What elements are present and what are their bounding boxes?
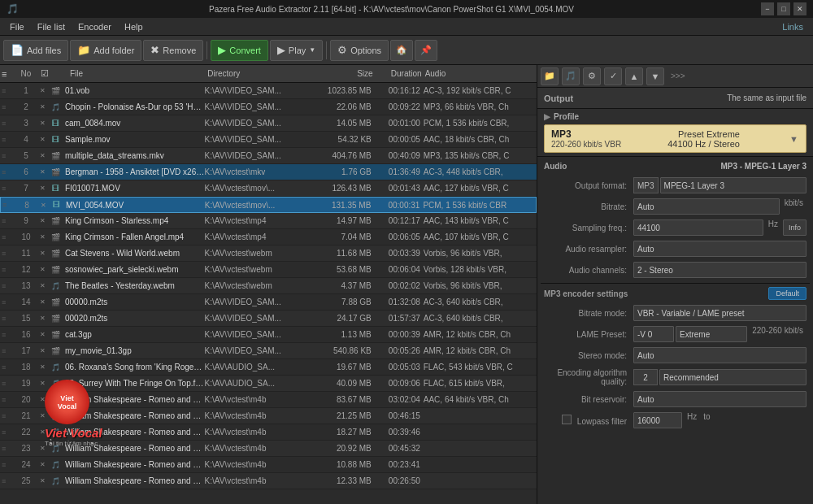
play-button[interactable]: ▶ Play ▼ [270,40,323,61]
row-remove-btn[interactable]: ✕ [38,202,48,209]
table-row[interactable]: ≡ 24 ✕ 🎵 William Shakespeare - Romeo and… [0,457,537,473]
row-remove-btn[interactable]: ✕ [37,87,47,94]
table-row[interactable]: ≡ 5 ✕ 🎬 multiple_data_streams.mkv K:\AV\… [0,148,537,164]
pin-button[interactable]: 📌 [415,40,437,61]
table-row[interactable]: ≡ 3 ✕ 🎞 cam_0084.mov K:\AV\VIDEO_SAM... … [0,115,537,132]
lame-v-select[interactable]: -V 0 [633,326,674,342]
maximize-button[interactable]: □ [777,2,790,15]
bitrate-select[interactable]: Auto [633,198,780,215]
row-remove-btn[interactable]: ✕ [37,331,47,338]
row-remove-btn[interactable]: ✕ [37,168,47,176]
quality-select[interactable]: Recommended [659,369,806,385]
table-row[interactable]: ≡ 16 ✕ 🎬 cat.3gp K:\AV\VIDEO_SAM... 1.13… [0,327,537,343]
row-remove-btn[interactable]: ✕ [37,233,47,241]
links-button[interactable]: Links [776,20,810,33]
row-size: 54.32 KB [316,135,375,144]
stereo-select[interactable]: Auto [633,347,806,363]
close-button[interactable]: ✕ [793,2,806,15]
lame-preset-select[interactable]: Extreme [676,326,747,342]
home-button[interactable]: 🏠 [390,40,413,61]
table-row[interactable]: ≡ 8 ✕ 🎞 MVI_0054.MOV K:\AV\vctest\mov\..… [0,197,537,213]
reservoir-select[interactable]: Auto [633,391,806,407]
row-remove-btn[interactable]: ✕ [37,347,47,354]
table-row[interactable]: ≡ 11 ✕ 🎬 Cat Stevens - Wild World.webm K… [0,245,537,262]
check-icon-btn[interactable]: ✓ [604,67,622,85]
table-row[interactable]: ≡ 23 ✕ 🎵 William Shakespeare - Romeo and… [0,441,537,457]
row-remove-btn[interactable]: ✕ [37,461,47,468]
info-button[interactable]: Info [783,219,806,236]
table-row[interactable]: ≡ 19 ✕ 🎵 08. Surrey With The Fringe On T… [0,376,537,392]
minimize-button[interactable]: − [761,2,774,15]
default-button[interactable]: Default [768,287,806,300]
folder-icon-btn[interactable]: 📁 [541,67,559,85]
add-folder-button[interactable]: 📁 Add folder [70,40,141,61]
row-remove-btn[interactable]: ✕ [37,428,47,436]
row-remove-btn[interactable]: ✕ [37,266,47,273]
table-row[interactable]: ≡ 15 ✕ 🎬 00020.m2ts K:\AV\VIDEO_SAM... 2… [0,311,537,327]
row-remove-btn[interactable]: ✕ [37,185,47,192]
file-scroll-area[interactable]: ≡ 1 ✕ 🎬 01.vob K:\AV\VIDEO_SAM... 1023.8… [0,83,537,504]
table-row[interactable]: ≡ 6 ✕ 🎬 Bergman - 1958 - Ansiktet [DVD x… [0,164,537,180]
down-icon-btn[interactable]: ▼ [646,67,664,85]
menu-help[interactable]: Help [118,20,150,33]
row-remove-btn[interactable]: ✕ [37,380,47,387]
sampling-select[interactable]: 44100 [633,219,763,236]
table-row[interactable]: ≡ 2 ✕ 🎵 Chopin - Polonaise As-Dur op 53 … [0,99,537,115]
table-row[interactable]: ≡ 1 ✕ 🎬 01.vob K:\AV\VIDEO_SAM... 1023.8… [0,83,537,99]
audio-col-header[interactable]: Audio [425,69,535,78]
table-row[interactable]: ≡ 9 ✕ 🎬 King Crimson - Starless.mp4 K:\A… [0,213,537,229]
resampler-select[interactable]: Auto [633,241,806,257]
up-icon-btn[interactable]: ▲ [625,67,643,85]
channels-select[interactable]: 2 - Stereo [633,262,806,278]
menu-filelist[interactable]: File list [31,20,72,33]
format-codec-select[interactable]: MPEG-1 Layer 3 [660,177,806,193]
row-drag-handle: ≡ [2,250,15,258]
table-row[interactable]: ≡ 4 ✕ 🎞 Sample.mov K:\AV\VIDEO_SAM... 54… [0,132,537,148]
panel-more-btn[interactable]: >>> [667,72,689,80]
add-files-button[interactable]: 📄 Add files [3,40,68,61]
table-row[interactable]: ≡ 25 ✕ 🎵 William Shakespeare - Romeo and… [0,473,537,489]
row-remove-btn[interactable]: ✕ [37,250,47,257]
row-remove-btn[interactable]: ✕ [37,119,47,127]
table-row[interactable]: ≡ 18 ✕ 🎵 06. Roxana's Song from 'King Ro… [0,359,537,376]
options-button[interactable]: ⚙ Options [330,40,389,61]
music-icon-btn[interactable]: 🎵 [562,67,580,85]
row-remove-btn[interactable]: ✕ [37,152,47,159]
size-col-header[interactable]: Size [318,69,376,78]
table-row[interactable]: ≡ 13 ✕ 🎵 The Beatles - Yesterday.webm K:… [0,278,537,294]
lowpass-select[interactable]: 16000 [633,412,682,428]
quality-input[interactable] [633,369,658,385]
lowpass-checkbox[interactable] [562,415,572,424]
row-remove-btn[interactable]: ✕ [37,217,47,224]
row-remove-btn[interactable]: ✕ [37,445,47,452]
row-remove-btn[interactable]: ✕ [37,412,47,419]
row-remove-btn[interactable]: ✕ [37,136,47,143]
table-row[interactable]: ≡ 20 ✕ 🎵 William Shakespeare - Romeo and… [0,392,537,408]
menu-file[interactable]: File [3,20,31,33]
row-remove-btn[interactable]: ✕ [37,298,47,306]
table-row[interactable]: ≡ 7 ✕ 🎞 FI010071.MOV K:\AV\vctest\mov\..… [0,180,537,197]
menu-encoder[interactable]: Encoder [72,20,118,33]
row-remove-btn[interactable]: ✕ [37,396,47,403]
row-remove-btn[interactable]: ✕ [37,282,47,289]
profile-selector[interactable]: MP3 220-260 kbit/s VBR Preset Extreme 44… [544,124,806,153]
bitrate-mode-select[interactable]: VBR - Variable / LAME preset [633,305,806,321]
filename-col-header[interactable]: File [68,69,207,78]
gear-icon-btn[interactable]: ⚙ [583,67,601,85]
row-remove-btn[interactable]: ✕ [37,315,47,322]
dir-col-header[interactable]: Directory [207,69,317,78]
row-remove-btn[interactable]: ✕ [37,103,47,111]
check-col-header[interactable]: ☑ [37,68,52,79]
table-row[interactable]: ≡ 10 ✕ 🎬 King Crimson - Fallen Angel.mp4… [0,229,537,245]
table-row[interactable]: ≡ 17 ✕ 🎬 my_movie_01.3gp K:\AV\VIDEO_SAM… [0,343,537,359]
convert-button[interactable]: ▶ Convert [211,40,268,61]
duration-col-header[interactable]: Duration [376,69,425,78]
table-row[interactable]: ≡ 21 ✕ 🎵 William Shakespeare - Romeo and… [0,408,537,424]
table-row[interactable]: ≡ 12 ✕ 🎬 sosnowiec_park_sielecki.webm K:… [0,262,537,278]
row-remove-btn[interactable]: ✕ [37,477,47,484]
row-remove-btn[interactable]: ✕ [37,363,47,371]
table-row[interactable]: ≡ 22 ✕ 🎵 William Shakespeare - Romeo and… [0,424,537,441]
no-col-header[interactable]: No [15,69,37,78]
remove-button[interactable]: ✖ Remove [143,40,203,61]
table-row[interactable]: ≡ 14 ✕ 🎬 00000.m2ts K:\AV\VIDEO_SAM... 7… [0,294,537,311]
